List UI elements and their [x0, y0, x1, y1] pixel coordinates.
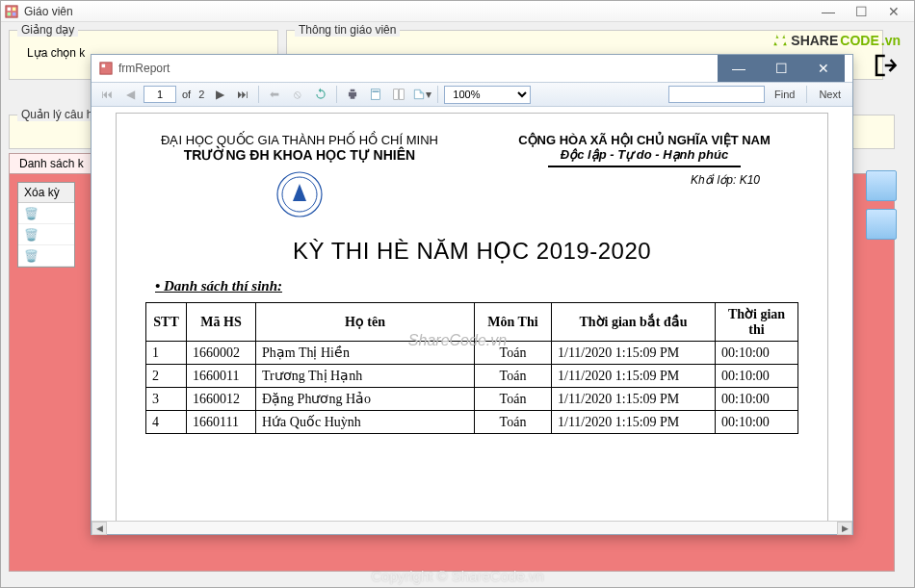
first-page-button[interactable]: ⏮ [97, 85, 117, 104]
svg-rect-8 [373, 91, 379, 92]
report-viewer[interactable]: ĐẠI HỌC QUỐC GIA THÀNH PHỐ HỒ CHÍ MINH T… [92, 107, 852, 521]
report-toolbar: ⏮ ◀ of 2 ▶ ⏭ ⬅ ⦸ ▾ 100% Find Next [92, 82, 852, 107]
th-hoten: Họ tên [256, 303, 475, 342]
students-table: STT Mã HS Họ tên Môn Thi Thời gian bắt đ… [145, 302, 798, 434]
groupbox-thongtin-legend: Thông tin giáo viên [295, 23, 400, 37]
delete-grid: Xóa kỳ 🗑️ 🗑️ 🗑️ [17, 182, 75, 268]
scroll-left-button[interactable]: ◀ [92, 522, 107, 535]
last-page-button[interactable]: ⏭ [233, 85, 252, 104]
page-of-label: of [180, 89, 193, 100]
tab-danhsach[interactable]: Danh sách k [9, 153, 94, 173]
grid-row[interactable]: 🗑️ [18, 203, 74, 224]
report-close-button[interactable]: ✕ [802, 55, 845, 82]
stop-button[interactable]: ⦸ [288, 85, 307, 104]
luachon-label: Lựa chọn k [27, 46, 85, 60]
th-mahs: Mã HS [187, 303, 256, 342]
action-button-2[interactable] [866, 209, 897, 240]
th-monthi: Môn Thi [475, 303, 552, 342]
export-button[interactable]: ▾ [412, 85, 431, 104]
class-group: Khối lớp: K10 [490, 173, 798, 187]
groupbox-quanly-legend: Quản lý câu h [17, 108, 96, 121]
print-layout-button[interactable] [366, 85, 385, 104]
grid-row[interactable]: 🗑️ [18, 224, 74, 245]
table-row: 31660012Đặng Phương HảoToán1/11/2020 1:1… [146, 388, 798, 411]
table-row: 11660002Phạm Thị HiềnToán1/11/2020 1:15:… [146, 342, 798, 365]
refresh-button[interactable] [311, 85, 330, 104]
school-logo-icon [275, 170, 324, 218]
main-minimize-button[interactable]: — [812, 2, 845, 21]
motto-text: Độc lập - Tự do - Hạnh phúc [490, 147, 798, 162]
report-maximize-button[interactable]: ☐ [760, 55, 802, 82]
find-button[interactable]: Find [769, 89, 800, 100]
svg-rect-2 [13, 7, 16, 11]
main-titlebar[interactable]: Giáo viên — ☐ ✕ [1, 1, 914, 22]
svg-rect-4 [13, 12, 16, 15]
action-button-1[interactable] [866, 170, 897, 201]
app-icon [5, 5, 18, 18]
scroll-right-button[interactable]: ▶ [837, 522, 852, 535]
section-heading: Danh sách thí sinh: [155, 278, 798, 294]
university-name: ĐẠI HỌC QUỐC GIA THÀNH PHỐ HỒ CHÍ MINH [145, 133, 454, 147]
table-row: 21660011Trương Thị HạnhToán1/11/2020 1:1… [146, 365, 798, 388]
page-total-label: 2 [196, 89, 206, 100]
main-maximize-button[interactable]: ☐ [845, 2, 877, 21]
exam-title: KỲ THI HÈ NĂM HỌC 2019-2020 [145, 238, 798, 265]
th-stt: STT [146, 303, 187, 342]
page-number-input[interactable] [144, 86, 176, 103]
th-dur: Thời gian thi [716, 303, 798, 342]
next-page-button[interactable]: ▶ [210, 85, 229, 104]
print-button[interactable] [343, 85, 362, 104]
th-start: Thời gian bắt đầu [552, 303, 716, 342]
groupbox-giangday-legend: Giảng dạy [17, 23, 78, 37]
exit-icon[interactable] [872, 51, 901, 80]
svg-rect-6 [102, 64, 106, 68]
find-input[interactable] [668, 86, 765, 103]
sharecode-logo: SHARECODE.vn [771, 32, 901, 49]
report-minimize-button[interactable]: — [718, 55, 760, 82]
main-title: Giáo viên [24, 5, 73, 18]
svg-rect-7 [372, 89, 380, 100]
grid-row[interactable]: 🗑️ [18, 245, 74, 267]
svg-rect-9 [394, 89, 399, 100]
school-name: TRƯỜNG ĐH KHOA HỌC TỰ NHIÊN [145, 147, 454, 163]
nation-text: CỘNG HÒA XÃ HỘI CHỦ NGHĨA VIỆT NAM [490, 133, 798, 147]
page-setup-button[interactable] [389, 85, 408, 104]
table-row: 41660111Hứa Quốc HuỳnhToán1/11/2020 1:15… [146, 411, 798, 434]
report-titlebar[interactable]: frmReport — ☐ ✕ [92, 55, 852, 82]
right-toolbar [866, 170, 901, 247]
svg-rect-1 [8, 7, 12, 11]
back-button[interactable]: ⬅ [265, 85, 284, 104]
zoom-select[interactable]: 100% [444, 86, 531, 104]
horizontal-scrollbar[interactable]: ◀ ▶ [92, 521, 852, 534]
main-close-button[interactable]: ✕ [877, 2, 910, 21]
report-page: ĐẠI HỌC QUỐC GIA THÀNH PHỐ HỒ CHÍ MINH T… [116, 113, 828, 521]
next-find-button[interactable]: Next [813, 89, 847, 100]
svg-rect-3 [8, 12, 12, 15]
report-window: frmReport — ☐ ✕ ⏮ ◀ of 2 ▶ ⏭ ⬅ ⦸ ▾ 100% … [91, 54, 853, 535]
form-icon [99, 62, 113, 75]
report-title-text: frmReport [118, 62, 170, 75]
prev-page-button[interactable]: ◀ [120, 85, 140, 104]
grid-header-xoaky: Xóa kỳ [18, 183, 74, 203]
recycle-icon [771, 32, 789, 49]
svg-rect-10 [400, 89, 405, 100]
